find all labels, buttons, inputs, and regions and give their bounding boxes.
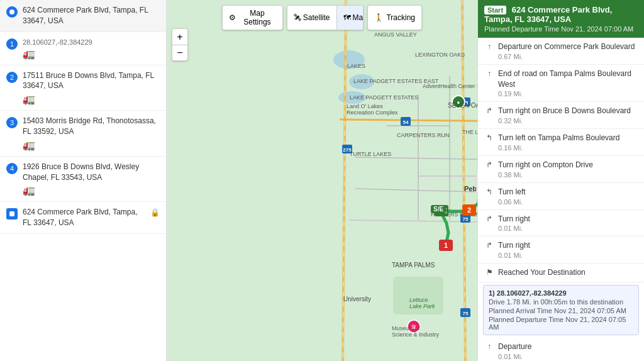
stop-item-end[interactable]: 624 Commerce Park Blvd, Tampa, FL 33647,…: [0, 202, 166, 234]
stop-info-1: 28.106027,-82.384229 🚛: [23, 37, 160, 60]
svg-rect-5: [393, 277, 443, 314]
direction-icon-reached: ⚑: [484, 268, 494, 277]
destination-info-box[interactable]: 1) 28.106027,-82.384229 Drive 1.78 Mi. i…: [483, 285, 639, 335]
svg-text:●: ●: [457, 99, 460, 106]
map-area[interactable]: 275 75 54 56 301 75 75 ● ⛪ 🏛: [167, 0, 477, 361]
stop-info-2: 17511 Bruce B Downs Blvd, Tampa, FL 3364…: [23, 70, 160, 106]
direction-item-dep2[interactable]: ↑ Departure 0.01 Mi.: [478, 338, 644, 361]
map-controls: ⚙ Map Settings 🛰 Satellite 🗺 Map 🚶 Track…: [222, 5, 422, 30]
collapse-handle[interactable]: »: [476, 168, 477, 193]
direction-icon-5: ↱: [484, 160, 494, 169]
route-header: Start 624 Commerce Park Blvd, Tampa, FL …: [478, 0, 644, 38]
stop-item-2[interactable]: 2 17511 Bruce B Downs Blvd, Tampa, FL 33…: [0, 65, 166, 111]
direction-icon-8: ↱: [484, 241, 494, 250]
direction-icon-4: ↰: [484, 133, 494, 142]
direction-item-3[interactable]: ↱ Turn right on Bruce B Downs Boulevard …: [478, 102, 644, 129]
zoom-in-button[interactable]: +: [172, 28, 188, 45]
right-panel: Start 624 Commerce Park Blvd, Tampa, FL …: [477, 0, 644, 361]
direction-icon-dep2: ↑: [484, 342, 494, 351]
direction-icon-7: ↱: [484, 214, 494, 223]
truck-icon-4: 🚛: [23, 184, 160, 196]
map-button[interactable]: 🗺 Map: [337, 6, 364, 30]
stop-info-4: 1926 Bruce B Downs Blvd, Wesley Chapel, …: [23, 162, 160, 197]
direction-item-7[interactable]: ↱ Turn right 0.01 Mi.: [478, 210, 644, 237]
svg-point-2: [349, 74, 374, 89]
direction-item-6[interactable]: ↰ Turn left 0.06 Mi.: [478, 183, 644, 210]
stop-address-start: 624 Commerce Park Blvd, Tampa, FL 33647,…: [23, 5, 160, 26]
truck-icon-3: 🚛: [23, 139, 160, 151]
stop-item-3[interactable]: 3 15403 Morris Bridge Rd, Thonotosassa, …: [0, 111, 166, 157]
stop-number-2: 2: [6, 72, 18, 83]
map-icon: 🗺: [343, 13, 351, 22]
zoom-out-button[interactable]: −: [172, 45, 188, 61]
svg-text:🏛: 🏛: [411, 324, 416, 330]
stop-number-3: 3: [6, 117, 18, 128]
svg-text:54: 54: [403, 119, 409, 125]
lock-icon: 🔒: [150, 208, 160, 217]
stop-info-3: 15403 Morris Bridge Rd, Thonotosassa, FL…: [23, 116, 160, 151]
satellite-button[interactable]: 🛰 Satellite: [287, 6, 337, 30]
start-badge: Start: [484, 6, 506, 14]
stop-info-end: 624 Commerce Park Blvd, Tampa, FL 33647,…: [23, 207, 145, 228]
gear-icon: ⚙: [229, 13, 236, 22]
route-marker-se-label[interactable]: S/E: [431, 205, 446, 213]
planned-departure-header: Planned Departure Time Nov 21, 2024 07:0…: [484, 25, 638, 33]
direction-item-1[interactable]: ↑ Departure on Commerce Park Boulevard 0…: [478, 38, 644, 65]
route-marker-1[interactable]: 1: [439, 240, 453, 251]
svg-point-1: [333, 50, 365, 69]
map-settings-button[interactable]: ⚙ Map Settings: [222, 5, 283, 30]
stop-item-1[interactable]: 1 28.106027,-82.384229 🚛: [0, 32, 166, 65]
stop-item-start[interactable]: 624 Commerce Park Blvd, Tampa, FL 33647,…: [0, 0, 166, 32]
svg-text:75: 75: [463, 311, 469, 316]
tracking-button[interactable]: 🚶 Tracking: [367, 5, 422, 30]
left-panel: 624 Commerce Park Blvd, Tampa, FL 33647,…: [0, 0, 167, 361]
direction-item-reached[interactable]: ⚑ Reached Your Destination: [478, 264, 644, 282]
route-marker-2[interactable]: 2: [462, 204, 476, 216]
direction-item-8[interactable]: ↱ Turn right 0.01 Mi.: [478, 236, 644, 264]
direction-item-2[interactable]: ↑ End of road on Tampa Palms Boulevard W…: [478, 65, 644, 103]
stop-number-4: 4: [6, 163, 18, 174]
stop-item-4[interactable]: 4 1926 Bruce B Downs Blvd, Wesley Chapel…: [0, 157, 166, 203]
svg-text:275: 275: [343, 147, 352, 153]
person-icon: 🚶: [374, 13, 384, 22]
direction-icon-1: ↑: [484, 42, 494, 51]
svg-text:75: 75: [463, 216, 469, 222]
map-toggle-group: 🛰 Satellite 🗺 Map: [287, 5, 364, 30]
direction-item-4[interactable]: ↰ Turn left on Tampa Palms Boulevard 0.1…: [478, 129, 644, 156]
svg-point-3: [338, 91, 366, 104]
direction-icon-6: ↰: [484, 187, 494, 196]
zoom-controls: + −: [172, 28, 188, 61]
direction-item-5[interactable]: ↱ Turn right on Compton Drive 0.38 Mi.: [478, 156, 644, 183]
truck-icon-2: 🚛: [23, 93, 160, 105]
stop-number-1: 1: [6, 38, 18, 50]
truck-icon-1: 🚛: [23, 48, 160, 60]
satellite-icon: 🛰: [294, 13, 301, 22]
direction-icon-2: ↑: [484, 69, 494, 78]
map-svg: 275 75 54 56 301 75 75 ● ⛪ 🏛: [167, 0, 477, 361]
direction-icon-3: ↱: [484, 106, 494, 115]
